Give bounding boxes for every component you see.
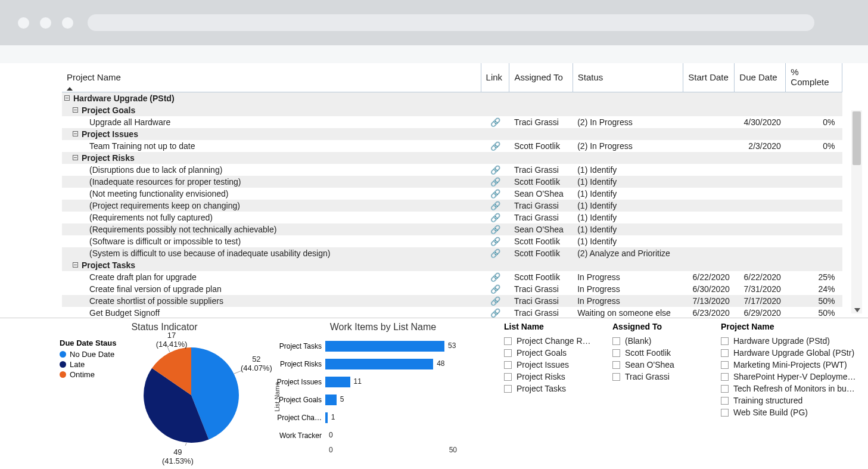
link-icon[interactable]: 🔗 <box>490 201 500 210</box>
checkbox[interactable] <box>721 337 729 345</box>
checkbox[interactable] <box>612 349 620 357</box>
checkbox[interactable] <box>504 337 512 345</box>
cell-link[interactable]: 🔗 <box>481 116 509 128</box>
cell-link[interactable]: 🔗 <box>481 212 509 223</box>
cell-link[interactable]: 🔗 <box>481 140 509 152</box>
cell-link[interactable]: 🔗 <box>481 200 509 212</box>
checkbox[interactable] <box>721 373 729 381</box>
link-icon[interactable]: 🔗 <box>490 272 500 282</box>
checkbox[interactable] <box>504 361 512 369</box>
cell-link[interactable]: 🔗 <box>481 271 509 283</box>
table-row[interactable]: (Disruptions due to lack of planning)🔗Tr… <box>62 164 842 176</box>
table-row[interactable]: (Not meeting functionality envisioned)🔗S… <box>62 188 842 200</box>
table-row[interactable]: Upgrade all Hardware🔗Traci Grassi(2) In … <box>62 116 842 128</box>
scrollbar-thumb[interactable] <box>853 111 861 165</box>
table-row[interactable]: (Inadequate resources for proper testing… <box>62 176 842 188</box>
filter-item[interactable]: Web Site Build (PG) <box>721 406 858 418</box>
link-icon[interactable]: 🔗 <box>490 296 500 306</box>
collapse-icon[interactable] <box>73 262 78 268</box>
link-icon[interactable]: 🔗 <box>490 225 500 234</box>
group-row[interactable]: Project Issues <box>62 128 842 140</box>
url-bar[interactable] <box>88 14 814 31</box>
filter-item[interactable]: (Blank) <box>612 335 702 347</box>
col-start-date[interactable]: Start Date <box>683 63 735 92</box>
filter-item[interactable]: Training structured <box>721 395 858 406</box>
table-row[interactable]: Create draft plan for upgrade🔗Scott Foot… <box>62 271 842 283</box>
legend-item[interactable]: Late <box>60 360 116 369</box>
table-row[interactable]: Create shortlist of possible suppliers🔗T… <box>62 295 842 307</box>
filter-item[interactable]: Tech Refresh of Monitors in bu… <box>721 383 858 395</box>
cell-link[interactable]: 🔗 <box>481 283 509 295</box>
col-pct-complete[interactable]: % Complete <box>786 63 842 92</box>
traffic-dot[interactable] <box>62 17 73 29</box>
cell-link[interactable]: 🔗 <box>481 176 509 188</box>
table-row[interactable]: (Project requirements keep on changing)🔗… <box>62 200 842 212</box>
checkbox[interactable] <box>504 385 512 393</box>
collapse-icon[interactable] <box>64 95 70 101</box>
checkbox[interactable] <box>612 361 620 369</box>
link-icon[interactable]: 🔗 <box>490 284 500 294</box>
filter-item[interactable]: Project Tasks <box>504 383 593 395</box>
checkbox[interactable] <box>612 373 620 381</box>
cell-link[interactable]: 🔗 <box>481 188 509 200</box>
table-row[interactable]: (Software is difficult or impossible to … <box>62 235 842 247</box>
filter-item[interactable]: Project Change R… <box>504 335 593 347</box>
cell-link[interactable]: 🔗 <box>481 247 509 259</box>
filter-item[interactable]: Sean O'Shea <box>612 359 702 371</box>
group-row[interactable]: Project Risks <box>62 152 842 164</box>
link-icon[interactable]: 🔗 <box>490 249 500 258</box>
traffic-dot[interactable] <box>18 17 29 29</box>
filter-item[interactable]: Project Issues <box>504 359 593 371</box>
link-icon[interactable]: 🔗 <box>490 141 500 151</box>
link-icon[interactable]: 🔗 <box>490 165 500 175</box>
grid-scroll-area[interactable]: Project Name Link Assigned To Status Sta… <box>0 63 868 318</box>
cell-link[interactable]: 🔗 <box>481 295 509 307</box>
checkbox[interactable] <box>721 385 729 393</box>
table-row[interactable]: (Requirements possibly not technically a… <box>62 223 842 235</box>
link-icon[interactable]: 🔗 <box>490 308 500 318</box>
table-row[interactable]: Create final version of upgrade plan🔗Tra… <box>62 283 842 295</box>
link-icon[interactable]: 🔗 <box>490 237 500 246</box>
filter-item[interactable]: Traci Grassi <box>612 371 702 383</box>
filter-item[interactable]: Project Risks <box>504 371 593 383</box>
col-assigned-to[interactable]: Assigned To <box>509 63 573 92</box>
traffic-dot[interactable] <box>40 17 51 29</box>
checkbox[interactable] <box>721 361 729 369</box>
checkbox[interactable] <box>721 397 729 405</box>
legend-item[interactable]: No Due Date <box>60 350 116 359</box>
checkbox[interactable] <box>504 373 512 381</box>
group-row[interactable]: Project Tasks <box>62 259 842 271</box>
checkbox[interactable] <box>612 337 620 345</box>
group-row[interactable]: Project Goals <box>62 104 842 116</box>
table-row[interactable]: Get Budget Signoff🔗Traci GrassiWaiting o… <box>62 307 842 318</box>
collapse-icon[interactable] <box>73 155 78 160</box>
filter-item[interactable]: Hardware Upgrade Global (PStr) <box>721 347 858 359</box>
checkbox[interactable] <box>721 349 729 357</box>
cell-link[interactable]: 🔗 <box>481 235 509 247</box>
cell-link[interactable]: 🔗 <box>481 164 509 176</box>
filter-item[interactable]: Scott Footlik <box>612 347 702 359</box>
filter-item[interactable]: SharePoint Hyper-V Deployme… <box>721 371 858 383</box>
table-row[interactable]: (System is difficult to use because of i… <box>62 247 842 259</box>
filter-item[interactable]: Project Goals <box>504 347 593 359</box>
collapse-icon[interactable] <box>73 131 78 136</box>
link-icon[interactable]: 🔗 <box>490 117 500 127</box>
grid-scrollbar[interactable] <box>851 110 862 313</box>
col-status[interactable]: Status <box>573 63 683 92</box>
scroll-down-icon[interactable] <box>854 308 860 312</box>
table-row[interactable]: (Requirements not fully captured)🔗Traci … <box>62 212 842 223</box>
checkbox[interactable] <box>721 409 729 417</box>
col-project-name[interactable]: Project Name <box>62 63 481 92</box>
link-icon[interactable]: 🔗 <box>490 177 500 187</box>
group-row[interactable]: Hardware Upgrade (PStd) <box>62 92 842 105</box>
link-icon[interactable]: 🔗 <box>490 213 500 222</box>
cell-link[interactable]: 🔗 <box>481 307 509 318</box>
cell-link[interactable]: 🔗 <box>481 223 509 235</box>
legend-item[interactable]: Ontime <box>60 370 116 379</box>
col-due-date[interactable]: Due Date <box>735 63 786 92</box>
collapse-icon[interactable] <box>73 107 78 113</box>
checkbox[interactable] <box>504 349 512 357</box>
filter-item[interactable]: Hardware Upgrade (PStd) <box>721 335 858 347</box>
filter-item[interactable]: Marketing Mini-Projects (PWT) <box>721 359 858 371</box>
table-row[interactable]: Team Training not up to date🔗Scott Footl… <box>62 140 842 152</box>
